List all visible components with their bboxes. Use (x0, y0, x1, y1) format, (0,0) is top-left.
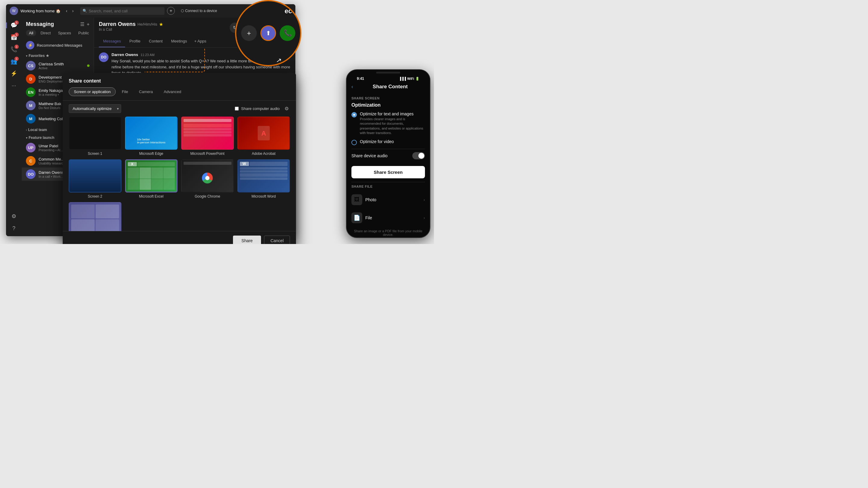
share-tabs: Screen or application File Camera Advanc… (69, 87, 290, 96)
pronouns: He/Him/His (137, 22, 157, 27)
callout-label: ect (284, 7, 294, 15)
sidebar-filter-icon[interactable]: ☰ (80, 22, 84, 27)
chat-call-status: In a Call (99, 27, 163, 32)
phone-audio-toggle[interactable] (412, 152, 425, 159)
phone-back-button[interactable]: ‹ (351, 84, 353, 90)
sidebar-item-calendar[interactable]: 📅 1 (8, 32, 19, 43)
filter-spaces[interactable]: Spaces (55, 30, 74, 36)
share-thumb-chrome (181, 159, 234, 193)
sidebar-item-settings[interactable]: ⚙ (8, 211, 19, 222)
phone-option1-text: Optimize for text and images Provides cl… (360, 111, 425, 135)
sidebar-filter-bar: All Direct Spaces Public (22, 30, 94, 39)
phone-photo-row[interactable]: 🖼 Photo › (351, 191, 425, 209)
phone-file-row[interactable]: 📄 File › (351, 209, 425, 227)
phone-footer-note: Share an image or a PDF file from your m… (351, 229, 425, 236)
phone-share-button[interactable]: Share Screen (351, 166, 425, 178)
sidebar-item-help[interactable]: ? (8, 223, 19, 234)
orange-callout: ect ＋ ⬆ 📞 (235, 0, 301, 66)
sidebar-item-calls[interactable]: 📞 1 (8, 44, 19, 55)
search-input[interactable] (80, 7, 164, 15)
filter-public[interactable]: Public (75, 30, 92, 36)
share-label-screen2: Screen 2 (88, 194, 102, 198)
phone-content: SHARE SCREEN Optimization Optimize for t… (347, 92, 430, 238)
tab-messages[interactable]: Messages (99, 36, 125, 47)
phone-radio-video[interactable]: Optimize for video (351, 139, 425, 145)
favorites-section[interactable]: ▾ Favorites ★ (22, 51, 94, 59)
chat-badge: 5 (14, 21, 19, 25)
connect-icon: ⬡ (181, 9, 184, 13)
share-item-excel[interactable]: X Microsoft Excel (125, 159, 178, 198)
callout-add-button[interactable]: ＋ (241, 25, 257, 41)
radio-text-images[interactable] (351, 112, 357, 118)
share-item-acrobat[interactable]: A Adobe Acrobat (238, 117, 290, 156)
phone-audio-label: Share device audio (351, 153, 388, 158)
mobile-phone: 9:41 ▐▐▐ WiFi 🔋 ‹ Share Content SHARE SC… (346, 69, 430, 238)
sidebar-item-people[interactable]: 👥 1 (8, 56, 19, 67)
filter-direct[interactable]: Direct (37, 30, 54, 36)
tab-profile[interactable]: Profile (125, 36, 145, 47)
phone-radio-text-images[interactable]: Optimize for text and images Provides cl… (351, 111, 425, 135)
phone-notch (376, 72, 400, 73)
sidebar-item-clarissa[interactable]: CS Clarissa Smith Active (22, 59, 94, 72)
sidebar-item-activity[interactable]: ⚡ (8, 68, 19, 79)
sidebar-title: Messaging (26, 21, 54, 27)
tab-apps[interactable]: + Apps (191, 36, 209, 47)
callout-dashed-line (145, 48, 205, 72)
tab-content[interactable]: Content (145, 36, 167, 47)
share-button[interactable]: Share (233, 235, 261, 244)
contact-name-clarissa: Clarissa Smith (38, 62, 84, 66)
optimize-select-wrap[interactable]: Automatically optimize Optimize for text… (69, 104, 121, 113)
callout-buttons: ＋ ⬆ 📞 (241, 25, 296, 41)
phone-status-bar: 9:41 ▐▐▐ WiFi 🔋 (351, 74, 425, 82)
nav-back[interactable]: ‹ (64, 8, 69, 14)
avatar-umar: UP (26, 143, 36, 153)
status-dot-clarissa (87, 64, 90, 67)
favorites-label: Favorites ★ (29, 54, 49, 58)
sidebar-item-more[interactable]: ··· (8, 80, 19, 91)
share-item-ppt[interactable]: Microsoft PowerPoint (181, 117, 234, 156)
cancel-button[interactable]: Cancel (264, 235, 290, 244)
audio-check: Share computer audio (235, 106, 280, 111)
filter-all[interactable]: All (26, 30, 36, 36)
phone-header: ‹ Share Content (347, 82, 430, 92)
optimize-select[interactable]: Automatically optimize Optimize for text… (69, 104, 121, 113)
share-item-edge[interactable]: 10x betterin-person interactions Microso… (125, 117, 178, 156)
feature-launch-arrow: ▾ (26, 136, 27, 139)
contact-status-clarissa: Active (38, 66, 84, 70)
share-tab-camera[interactable]: Camera (134, 87, 158, 96)
option1-label: Optimize for text and images (360, 111, 425, 116)
avatar-darren: DO (26, 169, 36, 179)
share-item-screen1[interactable]: Screen 1 (69, 117, 121, 156)
teams-thumbnail (69, 203, 121, 231)
callout-call-button[interactable]: 📞 (280, 25, 296, 41)
avatar-common: C (26, 156, 36, 166)
tab-meetings[interactable]: Meetings (167, 36, 191, 47)
search-bar[interactable]: 🔍 (80, 7, 164, 15)
radio-video[interactable] (351, 140, 357, 145)
share-item-chrome[interactable]: Google Chrome (181, 159, 234, 198)
phone-option2-text: Optimize for video (360, 139, 425, 144)
share-tab-file[interactable]: File (117, 87, 133, 96)
connect-to-device[interactable]: ⬡ Connect to a device (181, 9, 217, 13)
share-tab-screen[interactable]: Screen or application (69, 87, 116, 96)
wifi-icon: WiFi (407, 77, 414, 80)
screen1-thumbnail (69, 117, 121, 149)
share-item-word[interactable]: W Microsoft Word (238, 159, 290, 198)
callout-share-button[interactable]: ⬆ (260, 25, 276, 41)
word-thumbnail: W (238, 160, 290, 192)
recommended-messages-item[interactable]: ⚡ Recommended Messages (22, 39, 94, 51)
share-settings-btn[interactable]: ⚙ (283, 104, 290, 113)
sidebar-add-icon[interactable]: + (87, 22, 90, 27)
audio-checkbox[interactable] (235, 107, 239, 110)
people-badge: 1 (14, 57, 19, 61)
sidebar-item-chat[interactable]: 💬 5 (8, 20, 19, 31)
share-item-screen2[interactable]: Screen 2 (69, 159, 121, 198)
bolt-icon: ⚡ (26, 41, 34, 50)
avatar-development: D (26, 74, 36, 84)
nav-forward[interactable]: › (70, 8, 75, 14)
phone-divider (351, 182, 425, 182)
add-button[interactable]: + (167, 7, 175, 15)
share-item-teams[interactable]: Microsoft Teams (69, 202, 121, 231)
share-thumb-acrobat: A (238, 117, 290, 150)
share-tab-advanced[interactable]: Advanced (159, 87, 186, 96)
